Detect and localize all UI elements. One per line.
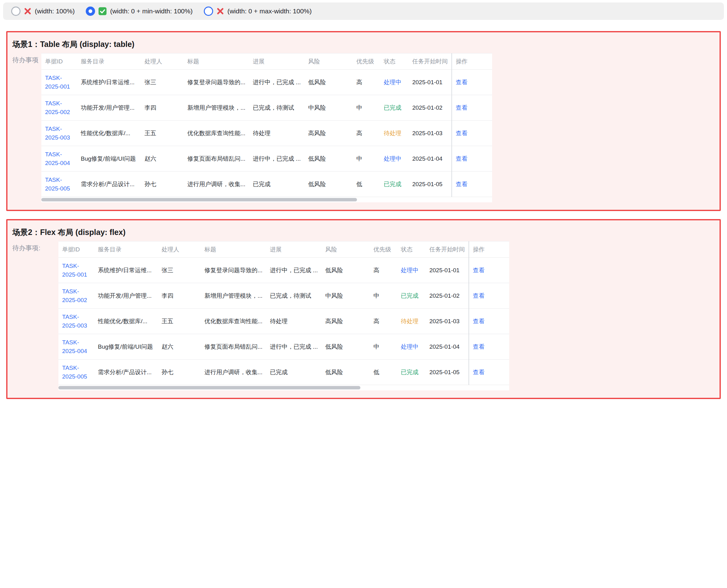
catalog-cell: 系统维护/日常运维... bbox=[77, 70, 141, 95]
radio-button[interactable] bbox=[204, 6, 213, 16]
status-cell: 已完成 bbox=[380, 171, 409, 197]
layout-options-bar: (width: 100%) (width: 0 + min-width: 100… bbox=[3, 2, 724, 20]
task-id-link[interactable]: TASK-2025-005 bbox=[45, 176, 70, 192]
risk-cell: 低风险 bbox=[322, 334, 370, 360]
view-link[interactable]: 查看 bbox=[456, 181, 468, 187]
view-link[interactable]: 查看 bbox=[456, 130, 468, 136]
task-id-link[interactable]: TASK-2025-004 bbox=[62, 339, 87, 354]
layout-option-min-width[interactable]: (width: 0 + min-width: 100%) bbox=[86, 6, 193, 16]
priority-cell: 高 bbox=[352, 121, 380, 146]
action-cell: 查看 bbox=[469, 258, 509, 283]
risk-cell: 低风险 bbox=[322, 360, 370, 385]
task-id-link[interactable]: TASK-2025-003 bbox=[62, 314, 87, 329]
action-cell: 查看 bbox=[469, 360, 509, 385]
action-cell: 查看 bbox=[452, 171, 492, 197]
catalog-cell: Bug修复/前端/UI问题 bbox=[77, 146, 141, 171]
view-link[interactable]: 查看 bbox=[473, 343, 485, 350]
title-cell: 新增用户管理模块，... bbox=[201, 283, 266, 309]
status-cell: 处理中 bbox=[380, 146, 409, 171]
horizontal-scrollbar-thumb[interactable] bbox=[41, 198, 357, 202]
task-id-link[interactable]: TASK-2025-005 bbox=[62, 364, 87, 380]
progress-cell: 已完成，待测试 bbox=[249, 95, 304, 121]
view-link[interactable]: 查看 bbox=[456, 79, 468, 85]
table-row: TASK-2025-001 系统维护/日常运维... 张三 修复登录问题导致的.… bbox=[58, 258, 509, 283]
status-cell: 已完成 bbox=[397, 283, 426, 309]
status-badge: 已完成 bbox=[401, 292, 419, 299]
progress-cell: 已完成，待测试 bbox=[266, 283, 322, 309]
title-cell: 新增用户管理模块，... bbox=[184, 95, 249, 121]
option-label: (width: 0 + min-width: 100%) bbox=[110, 7, 193, 15]
status-cell: 处理中 bbox=[380, 70, 409, 95]
progress-cell: 待处理 bbox=[249, 121, 304, 146]
task-id-cell: TASK-2025-004 bbox=[58, 334, 94, 360]
task-id-link[interactable]: TASK-2025-003 bbox=[45, 126, 70, 141]
action-cell: 查看 bbox=[469, 309, 509, 334]
priority-cell: 中 bbox=[352, 146, 380, 171]
scenario-table-layout: 场景1：Table 布局 (display: table) 待办事项 单据ID服… bbox=[6, 31, 721, 211]
progress-cell: 进行中，已完成 ... bbox=[266, 334, 322, 360]
task-id-cell: TASK-2025-001 bbox=[41, 70, 77, 95]
title-cell: 修复登录问题导致的... bbox=[184, 70, 249, 95]
status-badge: 已完成 bbox=[384, 181, 401, 187]
start-date-cell: 2025-01-03 bbox=[426, 309, 469, 334]
action-cell: 查看 bbox=[469, 283, 509, 309]
view-link[interactable]: 查看 bbox=[456, 155, 468, 162]
status-badge: 处理中 bbox=[384, 79, 401, 85]
view-link[interactable]: 查看 bbox=[473, 369, 485, 375]
action-cell: 查看 bbox=[469, 334, 509, 360]
column-header: 单据ID bbox=[58, 241, 94, 258]
todo-table-container: 单据ID服务目录处理人标题进展风险优先级状态任务开始时间操作 TASK-2025… bbox=[58, 241, 509, 390]
cross-icon bbox=[216, 7, 224, 15]
column-header: 优先级 bbox=[352, 54, 380, 70]
column-header: 状态 bbox=[380, 54, 409, 70]
horizontal-scrollbar-thumb[interactable] bbox=[58, 386, 360, 390]
progress-cell: 待处理 bbox=[266, 309, 322, 334]
view-link[interactable]: 查看 bbox=[473, 267, 485, 273]
column-header: 操作 bbox=[452, 54, 492, 70]
task-id-link[interactable]: TASK-2025-001 bbox=[62, 262, 87, 278]
risk-cell: 高风险 bbox=[322, 309, 370, 334]
catalog-cell: 性能优化/数据库/... bbox=[94, 309, 158, 334]
task-id-cell: TASK-2025-002 bbox=[41, 95, 77, 121]
todo-label: 待办事项 bbox=[13, 53, 41, 64]
status-badge: 处理中 bbox=[401, 343, 419, 350]
layout-option-width-100[interactable]: (width: 100%) bbox=[11, 6, 74, 16]
task-id-link[interactable]: TASK-2025-002 bbox=[62, 288, 87, 303]
table-row: TASK-2025-004 Bug修复/前端/UI问题 赵六 修复页面布局错乱问… bbox=[58, 334, 509, 360]
radio-button[interactable] bbox=[86, 6, 95, 16]
column-header: 处理人 bbox=[158, 241, 201, 258]
view-link[interactable]: 查看 bbox=[473, 318, 485, 324]
view-link[interactable]: 查看 bbox=[473, 292, 485, 299]
table-row: TASK-2025-003 性能优化/数据库/... 王五 优化数据库查询性能.… bbox=[58, 309, 509, 334]
task-id-link[interactable]: TASK-2025-001 bbox=[45, 75, 70, 90]
task-id-cell: TASK-2025-003 bbox=[58, 309, 94, 334]
column-header: 操作 bbox=[469, 241, 509, 258]
task-id-link[interactable]: TASK-2025-002 bbox=[45, 100, 70, 115]
status-cell: 处理中 bbox=[397, 334, 426, 360]
status-cell: 待处理 bbox=[397, 309, 426, 334]
priority-cell: 中 bbox=[352, 95, 380, 121]
catalog-cell: 系统维护/日常运维... bbox=[94, 258, 158, 283]
layout-option-max-width[interactable]: (width: 0 + max-width: 100%) bbox=[204, 6, 312, 16]
action-cell: 查看 bbox=[452, 121, 492, 146]
table-row: TASK-2025-002 功能开发/用户管理... 李四 新增用户管理模块，.… bbox=[58, 283, 509, 309]
view-link[interactable]: 查看 bbox=[456, 104, 468, 111]
start-date-cell: 2025-01-05 bbox=[426, 360, 469, 385]
task-id-cell: TASK-2025-004 bbox=[41, 146, 77, 171]
task-id-cell: TASK-2025-003 bbox=[41, 121, 77, 146]
status-badge: 待处理 bbox=[384, 130, 401, 136]
radio-button[interactable] bbox=[11, 6, 21, 16]
table-row: TASK-2025-005 需求分析/产品设计... 孙七 进行用户调研，收集.… bbox=[41, 171, 492, 197]
scenario-title: 场景1：Table 布局 (display: table) bbox=[13, 39, 714, 49]
status-cell: 待处理 bbox=[380, 121, 409, 146]
column-header: 任务开始时间 bbox=[409, 54, 452, 70]
column-header: 进展 bbox=[249, 54, 304, 70]
task-id-cell: TASK-2025-005 bbox=[58, 360, 94, 385]
start-date-cell: 2025-01-03 bbox=[409, 121, 452, 146]
task-id-link[interactable]: TASK-2025-004 bbox=[45, 151, 70, 166]
priority-cell: 低 bbox=[352, 171, 380, 197]
column-header: 优先级 bbox=[370, 241, 397, 258]
status-badge: 处理中 bbox=[384, 155, 401, 162]
priority-cell: 高 bbox=[370, 258, 397, 283]
handler-cell: 孙七 bbox=[141, 171, 184, 197]
